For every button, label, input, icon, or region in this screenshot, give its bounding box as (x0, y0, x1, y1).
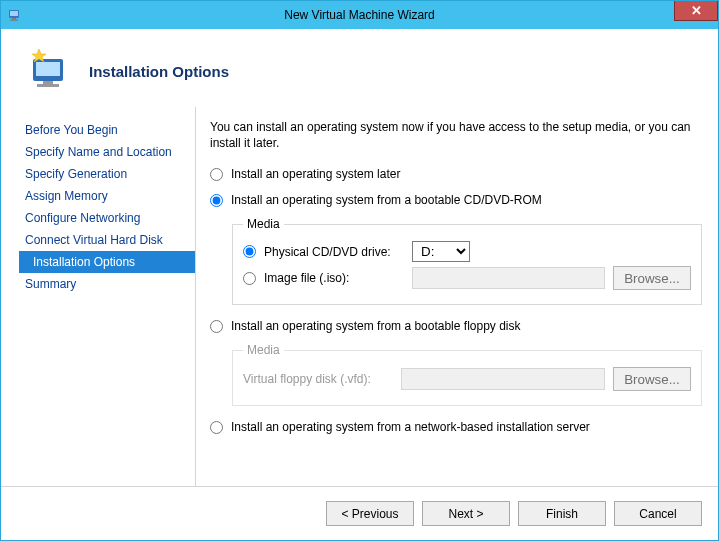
svg-rect-3 (10, 20, 18, 21)
image-file-path[interactable] (412, 267, 605, 289)
svg-rect-1 (10, 11, 18, 16)
step-configure-networking[interactable]: Configure Networking (19, 207, 195, 229)
option-install-floppy[interactable]: Install an operating system from a boota… (210, 319, 702, 333)
close-icon: ✕ (691, 3, 702, 18)
titlebar: New Virtual Machine Wizard ✕ (1, 1, 718, 29)
radio-install-later[interactable] (210, 168, 223, 181)
option-install-later[interactable]: Install an operating system later (210, 167, 702, 181)
vfd-label: Virtual floppy disk (.vfd): (243, 372, 393, 386)
image-file-label: Image file (.iso): (264, 271, 404, 285)
sidebar: Before You Begin Specify Name and Locati… (19, 107, 195, 486)
option-install-floppy-label: Install an operating system from a boota… (231, 319, 521, 333)
cancel-button[interactable]: Cancel (614, 501, 702, 526)
app-icon (7, 7, 23, 23)
floppy-media-legend: Media (243, 343, 284, 357)
vfd-path (401, 368, 605, 390)
radio-install-network[interactable] (210, 421, 223, 434)
content-panel: You can install an operating system now … (195, 107, 712, 486)
intro-text: You can install an operating system now … (210, 119, 702, 151)
option-install-network-label: Install an operating system from a netwo… (231, 420, 590, 434)
step-before-you-begin[interactable]: Before You Begin (19, 119, 195, 141)
cd-media-group: Media Physical CD/DVD drive: D: Image fi… (232, 217, 702, 305)
footer: < Previous Next > Finish Cancel (1, 486, 718, 540)
image-browse-button[interactable]: Browse... (613, 266, 691, 290)
option-install-cd-label: Install an operating system from a boota… (231, 193, 542, 207)
wizard-body: Before You Begin Specify Name and Locati… (1, 107, 718, 486)
step-specify-generation[interactable]: Specify Generation (19, 163, 195, 185)
svg-rect-7 (37, 84, 59, 87)
option-install-network[interactable]: Install an operating system from a netwo… (210, 420, 702, 434)
option-install-cd[interactable]: Install an operating system from a boota… (210, 193, 702, 207)
step-specify-name-location[interactable]: Specify Name and Location (19, 141, 195, 163)
finish-button[interactable]: Finish (518, 501, 606, 526)
physical-drive-select[interactable]: D: (412, 241, 470, 262)
wizard-icon (25, 47, 73, 95)
step-installation-options[interactable]: Installation Options (19, 251, 195, 273)
close-button[interactable]: ✕ (674, 1, 718, 21)
svg-rect-2 (12, 18, 16, 20)
step-connect-vhd[interactable]: Connect Virtual Hard Disk (19, 229, 195, 251)
radio-install-floppy[interactable] (210, 320, 223, 333)
wizard-window: New Virtual Machine Wizard ✕ Installatio… (0, 0, 719, 541)
radio-install-cd[interactable] (210, 194, 223, 207)
page-title: Installation Options (89, 63, 229, 80)
next-button[interactable]: Next > (422, 501, 510, 526)
previous-button[interactable]: < Previous (326, 501, 414, 526)
floppy-media-group: Media Virtual floppy disk (.vfd): Browse… (232, 343, 702, 406)
step-summary[interactable]: Summary (19, 273, 195, 295)
step-assign-memory[interactable]: Assign Memory (19, 185, 195, 207)
cd-media-legend: Media (243, 217, 284, 231)
svg-rect-6 (43, 81, 53, 84)
physical-drive-label: Physical CD/DVD drive: (264, 245, 404, 259)
window-title: New Virtual Machine Wizard (1, 8, 718, 22)
radio-image-file[interactable] (243, 272, 256, 285)
svg-rect-5 (36, 62, 60, 76)
wizard-header: Installation Options (1, 29, 718, 107)
option-install-later-label: Install an operating system later (231, 167, 400, 181)
radio-physical-drive[interactable] (243, 245, 256, 258)
vfd-browse-button[interactable]: Browse... (613, 367, 691, 391)
